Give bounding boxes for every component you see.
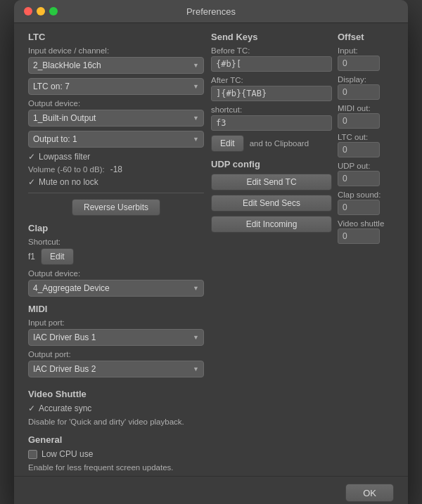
video-shuttle-title: Video Shuttle (28, 389, 394, 399)
dropdown-arrow-icon3: ▼ (193, 115, 199, 122)
ltc-channel-dropdown[interactable]: LTC on: 7 ▼ (28, 78, 204, 95)
mute-row: ✓ Mute on no lock (28, 177, 204, 187)
output-to-dropdown[interactable]: Output to: 1 ▼ (28, 131, 204, 148)
dropdown-arrow-icon5: ▼ (193, 285, 199, 292)
offset-input-label: Input: (338, 46, 394, 55)
clap-shortcut-label: Shortcut: (28, 238, 204, 246)
clipboard-label: and to Clipboard (250, 139, 309, 148)
midi-section-title: MIDI (28, 304, 204, 314)
clap-output-device-dropdown[interactable]: 4_Aggregate Device ▼ (28, 280, 204, 297)
lowpass-check-icon: ✓ (28, 152, 35, 162)
volume-label: Volume (-60 to 0 dB): (28, 165, 105, 174)
titlebar: Preferences (14, 0, 408, 23)
before-tc-label: Before TC: (211, 46, 332, 55)
reverse-userbits-button[interactable]: Reverse Userbits (72, 199, 160, 216)
midi-output-port-label: Output port: (28, 350, 204, 358)
low-cpu-checkbox[interactable] (28, 450, 37, 459)
offset-clap-sound-value[interactable]: 0 (338, 200, 380, 215)
ltc-section-title: LTC (28, 32, 204, 42)
midi-section: MIDI Input port: IAC Driver Bus 1 ▼ Outp… (28, 304, 204, 377)
preferences-window: Preferences LTC Input device / channel: … (14, 0, 408, 504)
ltc-section: LTC Input device / channel: 2_BlackHole … (28, 32, 204, 216)
offset-display-value[interactable]: 0 (338, 84, 380, 100)
offset-udp-out-group: UDP out: 0 (338, 162, 394, 186)
output-device-dropdown[interactable]: 1_Built-in Output ▼ (28, 110, 204, 127)
midi-input-port-label: Input port: (28, 318, 204, 327)
low-cpu-row: Low CPU use (28, 449, 394, 459)
input-device-dropdown[interactable]: 2_BlackHole 16ch ▼ (28, 57, 204, 74)
accurate-sync-check-icon: ✓ (28, 403, 35, 413)
udp-section-title: UDP config (211, 159, 332, 169)
dropdown-arrow-icon2: ▼ (193, 83, 199, 90)
after-tc-value[interactable]: ]{#b}{TAB} (211, 86, 332, 101)
udp-section: UDP config Edit Send TC Edit Send Secs E… (211, 159, 332, 233)
offset-midi-out-value[interactable]: 0 (338, 113, 380, 129)
offset-clap-sound-group: Clap sound: 0 (338, 190, 394, 215)
offset-section: Offset Input: 0 Display: 0 MIDI out: (338, 32, 394, 244)
offset-display-label: Display: (338, 75, 394, 84)
lowpass-label: Lowpass filter (39, 152, 90, 162)
general-description: Enable for less frequent screen updates. (28, 462, 394, 473)
close-button[interactable] (24, 7, 32, 15)
edit-send-secs-button[interactable]: Edit Send Secs (211, 195, 332, 212)
clap-shortcut-row: f1 Edit (28, 248, 204, 265)
offset-input-group: Input: 0 (338, 46, 394, 71)
input-device-label: Input device / channel: (28, 46, 204, 55)
edit-send-tc-button[interactable]: Edit Send TC (211, 174, 332, 190)
shortcut-label: shortcut: (211, 105, 332, 114)
footer: OK (14, 476, 408, 504)
clap-shortcut-value: f1 (28, 252, 35, 261)
mute-check-icon: ✓ (28, 177, 35, 187)
midi-output-port-dropdown[interactable]: IAC Driver Bus 2 ▼ (28, 361, 204, 377)
offset-ltc-out-label: LTC out: (338, 133, 394, 141)
offset-video-shuttle-label: Video shuttle (338, 219, 394, 228)
output-device-label: Output device: (28, 99, 204, 108)
offset-udp-out-value[interactable]: 0 (338, 171, 380, 186)
clap-section: Clap Shortcut: f1 Edit Output device: 4_… (28, 223, 204, 297)
offset-video-shuttle-group: Video shuttle 0 (338, 219, 394, 244)
offset-udp-out-label: UDP out: (338, 162, 394, 170)
ok-button[interactable]: OK (345, 484, 394, 502)
lowpass-filter-row: ✓ Lowpass filter (28, 152, 204, 162)
offset-display-group: Display: 0 (338, 75, 394, 100)
offset-video-shuttle-value[interactable]: 0 (338, 228, 380, 244)
shortcut-value[interactable]: f3 (211, 115, 332, 131)
send-keys-section: Send Keys Before TC: {#b}[ After TC: ]{#… (211, 32, 332, 152)
clap-edit-button[interactable]: Edit (41, 248, 74, 265)
offset-ltc-out-group: LTC out: 0 (338, 133, 394, 157)
offset-clap-sound-label: Clap sound: (338, 190, 394, 199)
video-shuttle-section: Video Shuttle ✓ Accurate sync Disable fo… (28, 389, 394, 427)
offset-midi-out-group: MIDI out: 0 (338, 104, 394, 129)
offset-input-value[interactable]: 0 (338, 56, 380, 71)
clap-output-device-label: Output device: (28, 269, 204, 278)
offset-ltc-out-value[interactable]: 0 (338, 142, 380, 157)
window-title: Preferences (186, 6, 236, 17)
low-cpu-label: Low CPU use (41, 449, 93, 459)
maximize-button[interactable] (49, 7, 58, 15)
traffic-lights (24, 7, 58, 15)
edit-btn-row: Edit and to Clipboard (211, 135, 332, 152)
send-keys-title: Send Keys (211, 32, 332, 42)
minimize-button[interactable] (37, 7, 45, 15)
video-shuttle-description: Disable for 'Quick and dirty' video play… (28, 416, 394, 427)
accurate-sync-label: Accurate sync (39, 403, 91, 413)
mute-label: Mute on no lock (39, 177, 98, 187)
accurate-sync-row: ✓ Accurate sync (28, 403, 394, 413)
after-tc-label: After TC: (211, 76, 332, 84)
volume-row: Volume (-60 to 0 dB): -18 (28, 164, 204, 174)
general-section: General Low CPU use Enable for less freq… (28, 434, 394, 473)
dropdown-arrow-icon: ▼ (193, 62, 199, 69)
dropdown-arrow-icon7: ▼ (193, 366, 199, 373)
offset-midi-out-label: MIDI out: (338, 104, 394, 112)
dropdown-arrow-icon4: ▼ (193, 136, 199, 143)
clap-section-title: Clap (28, 223, 204, 233)
general-section-title: General (28, 434, 394, 445)
send-keys-edit-button[interactable]: Edit (211, 135, 244, 152)
edit-incoming-button[interactable]: Edit Incoming (211, 216, 332, 233)
volume-value: -18 (110, 164, 122, 174)
before-tc-value[interactable]: {#b}[ (211, 56, 332, 72)
offset-section-title: Offset (338, 32, 394, 42)
midi-input-port-dropdown[interactable]: IAC Driver Bus 1 ▼ (28, 329, 204, 346)
dropdown-arrow-icon6: ▼ (193, 334, 199, 341)
